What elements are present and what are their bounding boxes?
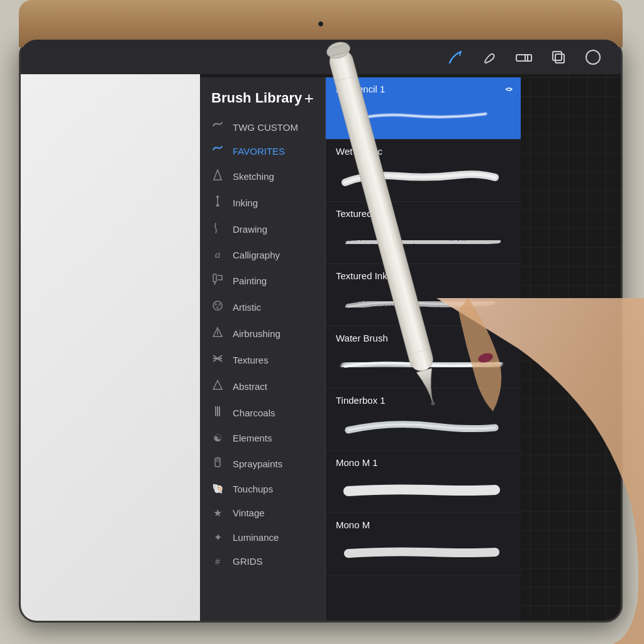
ipad-frame: Brush Library + TWG CUSTOM FAVORITES — [19, 38, 623, 623]
sidebar-item-label: Painting — [233, 275, 267, 286]
svg-rect-2 — [553, 52, 562, 60]
sidebar-item-touchups[interactable]: 🐚 Touchups — [200, 477, 325, 501]
layers-tool-icon[interactable] — [550, 49, 567, 65]
brush-name: Textured Ink 2 — [336, 270, 511, 281]
sidebar-item-label: FAVORITES — [233, 146, 285, 157]
charcoals-icon — [211, 406, 224, 419]
sidebar-item-label: Vintage — [233, 508, 265, 518]
sidebar-item-label: Luminance — [233, 532, 279, 543]
sidebar-item-painting[interactable]: Painting — [200, 267, 325, 294]
brush-tool-icon[interactable] — [447, 50, 464, 67]
sidebar-item-artistic[interactable]: Artistic — [200, 294, 325, 320]
sidebar-item-vintage[interactable]: ★ Vintage — [200, 501, 325, 525]
svg-rect-3 — [555, 54, 564, 63]
sidebar-item-drawing[interactable]: Drawing — [200, 216, 325, 242]
brush-name: HB Pencil 1 — [336, 84, 511, 94]
sidebar-item-label: Sketching — [233, 171, 274, 182]
brush-stroke — [336, 347, 511, 382]
svg-rect-23 — [216, 459, 219, 462]
brush-item-wet-acrylic[interactable]: Wet Acrylic — [326, 140, 521, 202]
abstract-icon — [211, 379, 224, 393]
sidebar-item-label: Textures — [233, 355, 269, 365]
textures-icon — [211, 353, 224, 367]
brush-item-water-brush[interactable]: Water Brush — [326, 326, 521, 389]
eraser-tool-icon[interactable] — [515, 51, 533, 64]
sidebar-item-calligraphy[interactable]: a Calligraphy — [200, 242, 325, 267]
sidebar-item-luminance[interactable]: ✦ Luminance — [200, 525, 325, 550]
brush-item-hb-pencil-1[interactable]: HB Pencil 1 — [326, 77, 521, 140]
sidebar-item-abstract[interactable]: Abstract — [200, 373, 325, 399]
artistic-icon — [211, 300, 224, 314]
sidebar-item-label: Artistic — [233, 302, 261, 313]
brush-library-header: Brush Library + — [200, 77, 325, 115]
elements-icon: ☯ — [211, 432, 224, 444]
sidebar-item-label: Touchups — [233, 484, 273, 494]
brush-item-textured-ink[interactable]: Textured Ink — [326, 202, 521, 264]
svg-point-9 — [214, 303, 217, 306]
add-brush-button[interactable]: + — [304, 90, 314, 106]
twg-icon — [211, 121, 224, 133]
painting-icon — [211, 274, 224, 287]
sidebar-item-spraypaints[interactable]: Spraypaints — [200, 450, 325, 477]
svg-point-11 — [216, 306, 219, 309]
drawing-icon — [211, 222, 224, 236]
favorites-icon — [211, 145, 224, 157]
sidebar-item-sketching[interactable]: Sketching — [200, 163, 325, 189]
brush-item-mono-m-1[interactable]: Mono M 1 — [326, 451, 521, 513]
color-tool-icon[interactable] — [584, 48, 602, 66]
sidebar-item-label: Charcoals — [233, 408, 275, 418]
svg-rect-0 — [516, 55, 528, 61]
touchups-icon: 🐚 — [211, 483, 224, 494]
svg-marker-5 — [214, 170, 221, 180]
grids-icon: # — [211, 557, 224, 567]
canvas-area — [21, 74, 200, 621]
svg-point-6 — [216, 196, 219, 198]
svg-rect-7 — [213, 274, 216, 282]
sidebar-item-label: GRIDS — [233, 556, 263, 567]
brush-stroke — [336, 223, 511, 257]
spraypaints-icon — [211, 457, 224, 470]
sidebar-item-label: Elements — [233, 433, 272, 443]
camera — [318, 21, 323, 26]
sidebar-item-airbrushing[interactable]: Airbrushing — [200, 320, 325, 347]
brush-stroke — [336, 285, 511, 319]
brush-name: Tinderbox 1 — [336, 395, 511, 406]
svg-marker-18 — [213, 380, 222, 389]
brush-library-title: Brush Library — [211, 90, 302, 106]
smudge-tool-icon[interactable] — [481, 49, 497, 65]
sidebar-item-favorites[interactable]: FAVORITES — [200, 139, 325, 163]
svg-point-14 — [217, 330, 218, 331]
brush-stroke — [336, 160, 511, 195]
sidebar-item-twg-custom[interactable]: TWG CUSTOM — [200, 115, 325, 139]
brush-item-textured-ink-2[interactable]: Textured Ink 2 — [326, 264, 521, 326]
svg-point-10 — [218, 303, 221, 306]
brush-name: Water Brush — [336, 333, 511, 343]
sidebar-item-label: Airbrushing — [233, 328, 280, 339]
brush-stroke — [336, 409, 511, 444]
sidebar-item-elements[interactable]: ☯ Elements — [200, 426, 325, 450]
brush-name: Mono M 1 — [336, 457, 511, 468]
brush-name: Wet Acrylic — [336, 146, 511, 157]
brush-list: HB Pencil 1 Wet Acrylic T — [326, 77, 521, 621]
sidebar-item-label: Drawing — [233, 224, 267, 235]
luminance-icon: ✦ — [211, 531, 224, 543]
svg-point-4 — [586, 50, 600, 64]
sidebar-item-textures[interactable]: Textures — [200, 347, 325, 373]
airbrushing-icon — [211, 326, 224, 340]
sidebar-item-label: Abstract — [233, 381, 267, 392]
brush-item-mono-m[interactable]: Mono M — [326, 513, 521, 575]
brush-item-tinderbox-1[interactable]: Tinderbox 1 — [326, 389, 521, 451]
brush-stroke — [336, 98, 511, 133]
sidebar-item-charcoals[interactable]: Charcoals — [200, 399, 325, 426]
brush-library-panel: Brush Library + TWG CUSTOM FAVORITES — [200, 77, 326, 621]
brush-stroke — [336, 534, 511, 569]
sidebar-item-inking[interactable]: Inking — [200, 189, 325, 216]
inking-icon — [211, 196, 224, 209]
sidebar-item-grids[interactable]: # GRIDS — [200, 550, 325, 573]
sidebar-item-label: TWG CUSTOM — [233, 122, 298, 133]
brush-name: Textured Ink — [336, 208, 511, 219]
sidebar-item-label: Spraypaints — [233, 458, 282, 469]
sidebar-item-label: Inking — [233, 197, 258, 208]
vintage-icon: ★ — [211, 507, 224, 519]
brush-stroke — [336, 472, 511, 506]
